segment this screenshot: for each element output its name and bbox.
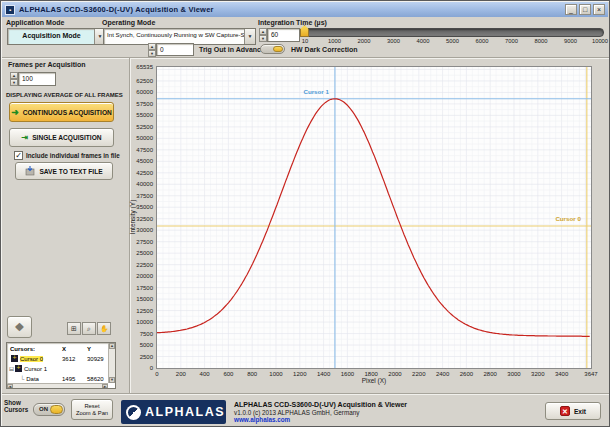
x-tick-label: 400	[200, 371, 210, 377]
y-tick-label: 37500	[132, 193, 153, 199]
maximize-button[interactable]: □	[579, 4, 591, 15]
col-x-header: X	[62, 346, 66, 352]
cursor-0-icon	[11, 355, 18, 362]
slider-tick-label: 9000	[564, 38, 577, 44]
cursor-0-name[interactable]: Cursor 0	[20, 356, 43, 362]
on-label: ON	[39, 406, 48, 412]
y-tick-label: 5000	[132, 342, 153, 348]
cursor-name-label[interactable]: Cursor 0	[555, 215, 580, 222]
vertical-scrollbar[interactable]: ▲ ▼	[108, 343, 115, 383]
y-tick-label: 42500	[132, 170, 153, 176]
x-tick-label: 800	[247, 371, 257, 377]
website-link[interactable]: www.alphalas.com	[234, 416, 290, 423]
y-tick-label: 17500	[132, 285, 153, 291]
increment-icon[interactable]: ▲	[148, 43, 156, 50]
x-tick-label: 200	[176, 371, 186, 377]
cursor-1-data-row[interactable]: └ Data 1495 58620	[8, 374, 107, 383]
x-tick-label: 2200	[412, 371, 425, 377]
toggle-knob-icon[interactable]	[273, 46, 283, 52]
trig-out-spinner[interactable]: ▲▼ 0	[148, 43, 194, 57]
single-acquisition-button[interactable]: ⇥ SINGLE ACQUISITION	[9, 128, 114, 147]
include-frames-checkbox[interactable]: ✓	[14, 151, 23, 160]
y-tick-label: 15000	[132, 296, 153, 302]
integration-time-field[interactable]: 60	[267, 28, 300, 42]
x-tick-label: 3400	[555, 371, 568, 377]
cursor-1-name[interactable]: Cursor 1	[24, 366, 47, 372]
increment-icon[interactable]: ▲	[259, 28, 267, 35]
application-mode-label: Application Mode	[6, 19, 64, 26]
slider-tick-label: 3000	[387, 38, 400, 44]
y-tick-label: 57500	[132, 101, 153, 107]
y-tick-label: 2500	[132, 354, 153, 360]
cursor-0-x: 3612	[62, 356, 75, 362]
single-acquisition-label: SINGLE ACQUISITION	[32, 134, 101, 141]
operating-mode-label: Operating Mode	[102, 19, 155, 26]
x-tick-label: 3200	[531, 371, 544, 377]
divider	[2, 393, 610, 395]
hw-dark-correction-toggle[interactable]	[260, 44, 285, 54]
decrement-icon[interactable]: ▼	[10, 79, 18, 86]
y-tick-label: 62500	[132, 78, 153, 84]
cursor-1-data-x: 1495	[62, 376, 75, 382]
save-to-text-file-button[interactable]: SAVE TO TEXT FILE	[15, 162, 113, 180]
green-double-arrow-icon: ⇥	[21, 133, 28, 142]
integration-time-slider-thumb[interactable]	[300, 25, 309, 37]
alphalas-logo-text: ALPHALAS	[145, 405, 225, 419]
integration-time-label: Integration Time (µs)	[258, 19, 327, 26]
col-y-header: Y	[87, 346, 91, 352]
continuous-acquisition-button[interactable]: ➜ CONTINUOUS ACQUISITION	[9, 102, 114, 122]
chevron-down-icon[interactable]: ▼	[244, 29, 255, 44]
frames-field[interactable]: 100	[18, 72, 56, 86]
scroll-left-icon[interactable]: ◄	[7, 384, 13, 388]
application-mode-dropdown[interactable]: Acquisition Mode ▼	[7, 28, 106, 45]
exit-label: Exit	[574, 408, 586, 415]
show-cursors-toggle[interactable]: ON	[33, 403, 65, 416]
integration-time-slider-track[interactable]	[301, 28, 604, 37]
pan-tool-icon[interactable]: ✋	[97, 322, 111, 335]
scroll-up-icon[interactable]: ▲	[109, 343, 115, 349]
cursors-table[interactable]: Cursors: X Y Cursor 0 3612 30929 ⊟ Curso…	[6, 342, 116, 389]
displaying-average-status: DISPLAYING AVERAGE OF ALL FRAMES	[6, 92, 123, 98]
increment-icon[interactable]: ▲	[10, 72, 18, 79]
cursor-name-label[interactable]: Cursor 1	[303, 88, 328, 95]
horizontal-scrollbar[interactable]: ◄ ►	[7, 383, 108, 388]
toggle-knob-icon[interactable]	[50, 405, 64, 414]
decrement-icon[interactable]: ▼	[148, 50, 156, 57]
integration-time-spinner[interactable]: ▲▼ 60	[259, 28, 300, 42]
decrement-icon[interactable]: ▼	[259, 35, 267, 42]
cursor-0-row[interactable]: Cursor 0 3612 30929	[8, 354, 107, 363]
y-tick-label: 7500	[132, 331, 153, 337]
reset-zoom-pan-button[interactable]: Reset Zoom & Pan	[71, 399, 113, 420]
x-tick-label: 0	[155, 371, 158, 377]
close-button[interactable]: ×	[593, 4, 605, 15]
slider-tick-label: 10	[302, 38, 308, 44]
y-tick-label: 47500	[132, 147, 153, 153]
pan-diamond-button[interactable]: ❖	[7, 316, 32, 338]
cursor-1-data-name: Data	[26, 376, 39, 382]
footer-app-title: ALPHALAS CCD-S3600-D(-UV) Acquisition & …	[234, 401, 407, 408]
minimize-button[interactable]: _	[565, 4, 577, 15]
zoom-tool-icon[interactable]: ⌕	[82, 322, 96, 335]
operating-mode-value: Int Synch, Continuously Running w SW Cap…	[104, 29, 244, 44]
exit-button[interactable]: ✕ Exit	[545, 402, 601, 420]
four-way-diamond-icon: ❖	[15, 321, 25, 334]
slider-tick-label: 7000	[505, 38, 518, 44]
intensity-graph[interactable]	[156, 66, 592, 369]
x-tick-label: 1400	[317, 371, 330, 377]
scroll-right-icon[interactable]: ►	[102, 384, 108, 388]
cursor-0-y: 30929	[87, 356, 104, 362]
continuous-acquisition-label: CONTINUOUS ACQUISITION	[23, 109, 112, 116]
x-tick-label: 2800	[484, 371, 497, 377]
slider-tick-label: 5000	[446, 38, 459, 44]
cursor-tool-icon[interactable]: ⊞	[67, 322, 81, 335]
tree-collapse-icon[interactable]: ⊟	[9, 365, 14, 372]
x-axis-title: Pixel (X)	[362, 377, 387, 384]
trig-out-field[interactable]: 0	[156, 43, 194, 56]
scroll-down-icon[interactable]: ▼	[109, 377, 115, 383]
plot-canvas[interactable]	[157, 67, 591, 368]
hw-dark-correction-label: HW Dark Correction	[291, 46, 358, 53]
footer-version: v1.0.0 (c) 2013 ALPHALAS GmbH, Germany	[234, 409, 359, 416]
cursor-1-row[interactable]: ⊟ Cursor 1	[8, 364, 107, 373]
frames-per-acquisition-spinner[interactable]: ▲▼ 100	[10, 72, 56, 86]
y-axis-title: Intensity (Y)	[129, 200, 136, 235]
